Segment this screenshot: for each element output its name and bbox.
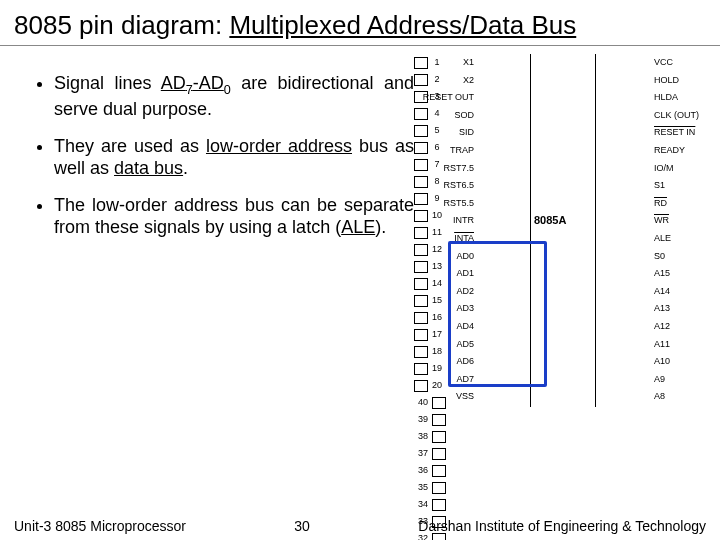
- slide-title: 8085 pin diagram: Multiplexed Address/Da…: [0, 0, 720, 46]
- pin-right: 36: [414, 462, 706, 479]
- bullet-list: Signal lines AD7-AD0 are bidirectional a…: [14, 72, 414, 540]
- pin-label-right: S0: [654, 248, 720, 265]
- bullet-1: Signal lines AD7-AD0 are bidirectional a…: [54, 72, 414, 121]
- title-main: Multiplexed Address/Data Bus: [229, 10, 576, 40]
- pin-diagram: 8085A X1 1X2 2RESET OUT 3SOD 4SID 5TRAP …: [414, 54, 706, 540]
- bullet-2: They are used as low-order address bus a…: [54, 135, 414, 180]
- footer: Unit-3 8085 Microprocessor 30 Darshan In…: [0, 518, 720, 534]
- pin-label-right: WR: [654, 212, 720, 229]
- pin-right: 38: [414, 428, 706, 445]
- pin-label-right: A10: [654, 353, 720, 370]
- pin-label-left: TRAP: [414, 142, 474, 159]
- signal-name: AD7-AD0: [161, 73, 231, 93]
- footer-right: Darshan Institute of Engineering & Techn…: [418, 518, 706, 534]
- pin-label-right: VCC: [654, 54, 720, 71]
- pin-label-right: RD: [654, 195, 720, 212]
- pin-right: 39: [414, 411, 706, 428]
- pin-label-left: X2: [414, 72, 474, 89]
- pin-label-left: VSS: [414, 388, 474, 405]
- pin-right: 35: [414, 479, 706, 496]
- pin-label-right: HLDA: [654, 89, 720, 106]
- pin-label-right: RESET IN: [654, 124, 720, 141]
- pin-right: 34: [414, 496, 706, 513]
- bullet-3: The low-order address bus can be separat…: [54, 194, 414, 239]
- pin-label-right: A9: [654, 371, 720, 388]
- highlight-box: [448, 241, 547, 387]
- pin-label-right: A11: [654, 336, 720, 353]
- pin-label-left: RST6.5: [414, 177, 474, 194]
- footer-left: Unit-3 8085 Microprocessor: [14, 518, 186, 534]
- pin-label-left: SID: [414, 124, 474, 141]
- title-prefix: 8085 pin diagram:: [14, 10, 229, 40]
- pin-label-right: ALE: [654, 230, 720, 247]
- pin-label-right: S1: [654, 177, 720, 194]
- pin-label-left: RESET OUT: [414, 89, 474, 106]
- pin-label-right: IO/M: [654, 160, 720, 177]
- pin-label-right: A12: [654, 318, 720, 335]
- pin-label-right: CLK (OUT): [654, 107, 720, 124]
- pin-label-right: A8: [654, 388, 720, 405]
- pin-label-left: RST5.5: [414, 195, 474, 212]
- pin-label-right: A14: [654, 283, 720, 300]
- pin-right: 37: [414, 445, 706, 462]
- page-number: 30: [294, 518, 310, 534]
- chip-label: 8085A: [534, 214, 566, 226]
- pin-label-left: X1: [414, 54, 474, 71]
- pin-label-left: SOD: [414, 107, 474, 124]
- pin-label-left: INTR: [414, 212, 474, 229]
- pin-label-right: A13: [654, 300, 720, 317]
- pin-label-right: A15: [654, 265, 720, 282]
- pin-label-right: READY: [654, 142, 720, 159]
- pin-label-left: RST7.5: [414, 160, 474, 177]
- pin-label-right: HOLD: [654, 72, 720, 89]
